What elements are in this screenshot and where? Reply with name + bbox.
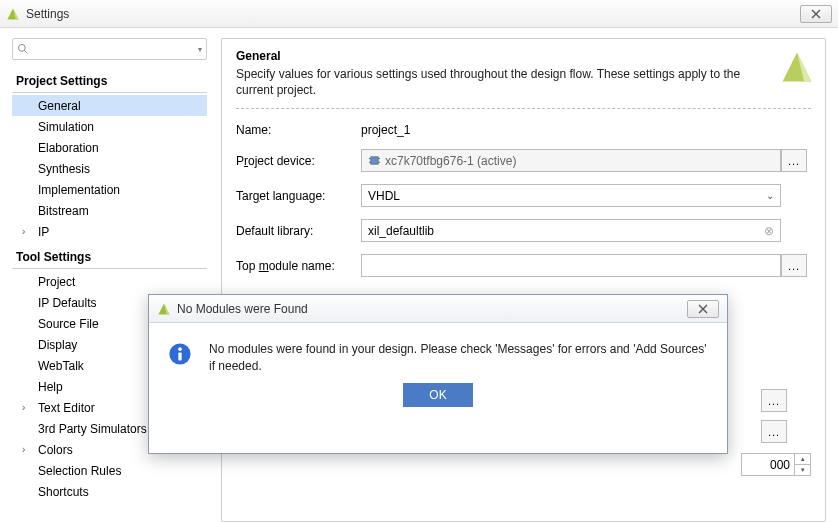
search-dropdown-icon[interactable]: ▾ <box>198 45 202 54</box>
default-library-input[interactable] <box>368 224 764 238</box>
nav-implementation[interactable]: Implementation <box>12 179 207 200</box>
nav-selection-rules[interactable]: Selection Rules <box>12 460 207 481</box>
nav-general[interactable]: General <box>12 95 207 116</box>
window-title: Settings <box>26 7 800 21</box>
panel-logo-icon <box>779 49 815 85</box>
info-icon <box>167 341 193 367</box>
browse-button-2[interactable]: ... <box>761 420 787 443</box>
svg-rect-9 <box>178 352 181 360</box>
chevron-right-icon[interactable]: › <box>22 226 25 237</box>
numeric-value: 000 <box>742 458 794 472</box>
name-label: Name: <box>236 123 361 137</box>
svg-line-1 <box>25 51 28 54</box>
dialog-close-button[interactable] <box>687 300 719 318</box>
project-device-label: Project device: <box>236 154 361 168</box>
chevron-right-icon[interactable]: › <box>22 444 25 455</box>
group-project-settings: Project Settings <box>12 70 207 93</box>
target-language-select[interactable]: VHDL ⌄ <box>361 184 781 207</box>
close-icon <box>811 9 821 19</box>
app-logo-icon <box>157 302 171 316</box>
target-language-value: VHDL <box>368 189 400 203</box>
default-library-field[interactable]: ⊗ <box>361 219 781 242</box>
dialog-titlebar: No Modules were Found <box>149 295 727 323</box>
group-tool-settings: Tool Settings <box>12 246 207 269</box>
nav-simulation[interactable]: Simulation <box>12 116 207 137</box>
svg-point-0 <box>19 45 26 52</box>
dialog-message: No modules were found in your design. Pl… <box>209 341 709 375</box>
chevron-right-icon[interactable]: › <box>22 402 25 413</box>
name-value: project_1 <box>361 123 781 137</box>
search-icon <box>17 43 29 55</box>
chip-icon <box>368 154 381 167</box>
window-close-button[interactable] <box>800 5 832 23</box>
target-language-label: Target language: <box>236 189 361 203</box>
panel-description: Specify values for various settings used… <box>236 66 811 98</box>
chevron-down-icon: ⌄ <box>766 190 774 201</box>
panel-title: General <box>236 49 811 63</box>
project-device-browse-button[interactable]: ... <box>781 149 807 172</box>
close-icon <box>698 304 708 314</box>
project-device-value: xc7k70tfbg676-1 (active) <box>385 154 516 168</box>
svg-point-8 <box>178 347 182 351</box>
nav-elaboration[interactable]: Elaboration <box>12 137 207 158</box>
separator <box>236 108 811 109</box>
project-device-field[interactable]: xc7k70tfbg676-1 (active) <box>361 149 781 172</box>
nav-ip[interactable]: ›IP <box>12 221 207 242</box>
ok-button[interactable]: OK <box>403 383 473 407</box>
window-titlebar: Settings <box>0 0 838 28</box>
search-input[interactable] <box>31 42 198 56</box>
no-modules-dialog: No Modules were Found No modules were fo… <box>148 294 728 454</box>
nav-project[interactable]: Project <box>12 271 207 292</box>
spin-up-icon[interactable]: ▴ <box>795 454 810 465</box>
settings-form: Name: project_1 Project device: xc7k70tf… <box>236 123 811 277</box>
numeric-spinner[interactable]: 000 ▴ ▾ <box>741 453 811 476</box>
nav-bitstream[interactable]: Bitstream <box>12 200 207 221</box>
clear-icon[interactable]: ⊗ <box>764 224 774 238</box>
top-module-field[interactable] <box>361 254 781 277</box>
app-logo-icon <box>6 7 20 21</box>
nav-shortcuts[interactable]: Shortcuts <box>12 481 207 502</box>
svg-rect-2 <box>371 157 378 164</box>
spin-down-icon[interactable]: ▾ <box>795 465 810 475</box>
top-module-label: Top module name: <box>236 259 361 273</box>
browse-button-1[interactable]: ... <box>761 389 787 412</box>
nav-synthesis[interactable]: Synthesis <box>12 158 207 179</box>
top-module-browse-button[interactable]: ... <box>781 254 807 277</box>
top-module-input[interactable] <box>368 259 774 273</box>
dialog-title: No Modules were Found <box>177 302 687 316</box>
tree-project-settings: General Simulation Elaboration Synthesis… <box>12 95 207 242</box>
hidden-controls: ... ... <box>761 389 811 451</box>
default-library-label: Default library: <box>236 224 361 238</box>
search-box[interactable]: ▾ <box>12 38 207 60</box>
